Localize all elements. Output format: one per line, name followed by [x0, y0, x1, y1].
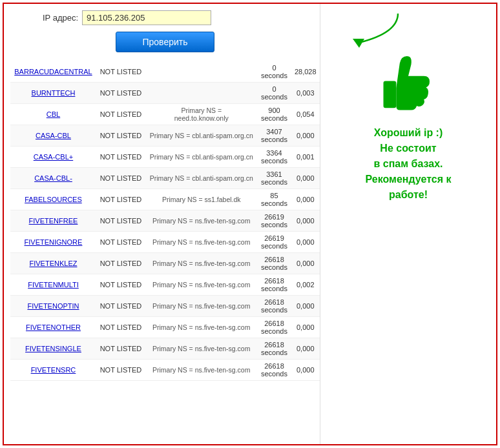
score-cell: 0,000: [291, 253, 320, 274]
extra-info-cell: Primary NS = ns.five-ten-sg.com: [145, 232, 258, 253]
service-link[interactable]: FIVETENSRC: [31, 366, 76, 374]
score-cell: 0,000: [291, 296, 320, 317]
service-link[interactable]: CASA-CBL-: [34, 174, 72, 182]
score-cell: 0,000: [291, 360, 320, 381]
seconds-cell: 26619 seconds: [258, 232, 291, 253]
service-link[interactable]: CASA-CBL+: [34, 153, 73, 161]
extra-info-cell: Primary NS = ns.five-ten-sg.com: [145, 317, 258, 338]
good-text-line: Хороший ip :): [366, 125, 452, 141]
status-cell: NOT LISTED: [96, 61, 145, 83]
status-cell: NOT LISTED: [96, 189, 145, 210]
status-cell: NOT LISTED: [96, 210, 145, 232]
seconds-cell: 3407 seconds: [258, 125, 291, 147]
seconds-cell: 0 seconds: [258, 83, 291, 104]
table-row: CBLNOT LISTEDPrimary NS = need.to.know.o…: [10, 104, 320, 125]
extra-info-cell: Primary NS = cbl.anti-spam.org.cn: [145, 168, 258, 189]
table-row: BURNTTECHNOT LISTED0 seconds0,003: [10, 83, 320, 104]
extra-info-cell: Primary NS = cbl.anti-spam.org.cn: [145, 147, 258, 168]
seconds-cell: 900 seconds: [258, 104, 291, 125]
status-cell: NOT LISTED: [96, 338, 145, 360]
table-row: FIVETENSRCNOT LISTEDPrimary NS = ns.five…: [10, 360, 320, 381]
table-row: FIVETENMULTINOT LISTEDPrimary NS = ns.fi…: [10, 274, 320, 296]
extra-info-cell: Primary NS = need.to.know.only: [145, 104, 258, 125]
service-link[interactable]: FABELSOURCES: [25, 196, 82, 203]
service-link[interactable]: FIVETENOPTIN: [27, 302, 79, 310]
extra-info-cell: Primary NS = ns.five-ten-sg.com: [145, 360, 258, 381]
service-link[interactable]: FIVETENMULTI: [28, 281, 79, 289]
service-link[interactable]: FIVETENIGNORE: [25, 238, 83, 246]
extra-info-cell: [145, 83, 258, 104]
score-cell: 0,054: [291, 104, 320, 125]
good-text-line: Не состоит: [366, 141, 452, 156]
service-link[interactable]: BURNTTECH: [32, 89, 76, 97]
thumbs-up-icon: [373, 49, 444, 120]
seconds-cell: 26618 seconds: [258, 317, 291, 338]
extra-info-cell: Primary NS = ns.five-ten-sg.com: [145, 253, 258, 274]
seconds-cell: 26618 seconds: [258, 360, 291, 381]
service-link[interactable]: FIVETENSINGLE: [25, 345, 81, 352]
table-row: FIVETENFREENOT LISTEDPrimary NS = ns.fiv…: [10, 210, 320, 232]
service-link[interactable]: CASA-CBL: [36, 132, 71, 139]
good-text-line: работе!: [366, 187, 452, 203]
seconds-cell: 26618 seconds: [258, 296, 291, 317]
score-cell: 28,028: [291, 61, 320, 83]
extra-info-cell: Primary NS = ns.five-ten-sg.com: [145, 338, 258, 360]
good-text-line: Рекомендуется к: [366, 172, 452, 187]
results-table: BARRACUDACENTRALNOT LISTED0 seconds28,02…: [10, 61, 320, 381]
status-cell: NOT LISTED: [96, 274, 145, 296]
svg-marker-0: [353, 39, 364, 48]
service-link[interactable]: CBL: [47, 110, 60, 118]
seconds-cell: 3361 seconds: [258, 168, 291, 189]
status-cell: NOT LISTED: [96, 125, 145, 147]
status-cell: NOT LISTED: [96, 296, 145, 317]
extra-info-cell: Primary NS = ns.five-ten-sg.com: [145, 210, 258, 232]
score-cell: 0,000: [291, 232, 320, 253]
score-cell: 0,000: [291, 125, 320, 147]
arrow-icon: [333, 10, 411, 49]
ip-label: IP адрес:: [43, 13, 78, 23]
score-cell: 0,003: [291, 83, 320, 104]
seconds-cell: 0 seconds: [258, 61, 291, 83]
extra-info-cell: Primary NS = cbl.anti-spam.org.cn: [145, 125, 258, 147]
table-row: CASA-CBL+NOT LISTEDPrimary NS = cbl.anti…: [10, 147, 320, 168]
table-row: CASA-CBLNOT LISTEDPrimary NS = cbl.anti-…: [10, 125, 320, 147]
extra-info-cell: Primary NS = ns.five-ten-sg.com: [145, 296, 258, 317]
score-cell: 0,000: [291, 338, 320, 360]
service-link[interactable]: FIVETENKLEZ: [29, 260, 77, 267]
check-button[interactable]: Проверить: [116, 32, 214, 52]
svg-rect-1: [384, 81, 397, 108]
table-row: FIVETENIGNORENOT LISTEDPrimary NS = ns.f…: [10, 232, 320, 253]
seconds-cell: 26619 seconds: [258, 210, 291, 232]
service-link[interactable]: FIVETENOTHER: [26, 323, 81, 331]
status-cell: NOT LISTED: [96, 104, 145, 125]
good-text: Хороший ip :)Не состоитв спам базах.Реко…: [366, 125, 452, 203]
score-cell: 0,000: [291, 317, 320, 338]
extra-info-cell: Primary NS = ss1.fabel.dk: [145, 189, 258, 210]
score-cell: 0,002: [291, 274, 320, 296]
table-row: CASA-CBL-NOT LISTEDPrimary NS = cbl.anti…: [10, 168, 320, 189]
extra-info-cell: [145, 61, 258, 83]
table-row: FABELSOURCESNOT LISTEDPrimary NS = ss1.f…: [10, 189, 320, 210]
seconds-cell: 3364 seconds: [258, 147, 291, 168]
table-row: BARRACUDACENTRALNOT LISTED0 seconds28,02…: [10, 61, 320, 83]
table-row: FIVETENSINGLENOT LISTEDPrimary NS = ns.f…: [10, 338, 320, 360]
seconds-cell: 85 seconds: [258, 189, 291, 210]
status-cell: NOT LISTED: [96, 360, 145, 381]
status-cell: NOT LISTED: [96, 168, 145, 189]
service-link[interactable]: BARRACUDACENTRAL: [14, 68, 92, 76]
seconds-cell: 26618 seconds: [258, 274, 291, 296]
score-cell: 0,000: [291, 210, 320, 232]
status-cell: NOT LISTED: [96, 232, 145, 253]
arrow-area: [327, 10, 490, 49]
seconds-cell: 26618 seconds: [258, 253, 291, 274]
table-row: FIVETENOTHERNOT LISTEDPrimary NS = ns.fi…: [10, 317, 320, 338]
table-row: FIVETENOPTINNOT LISTEDPrimary NS = ns.fi…: [10, 296, 320, 317]
score-cell: 0,000: [291, 168, 320, 189]
service-link[interactable]: FIVETENFREE: [29, 217, 78, 225]
status-cell: NOT LISTED: [96, 317, 145, 338]
score-cell: 0,000: [291, 189, 320, 210]
status-cell: NOT LISTED: [96, 83, 145, 104]
ip-input[interactable]: [82, 10, 211, 25]
status-cell: NOT LISTED: [96, 147, 145, 168]
table-row: FIVETENKLEZNOT LISTEDPrimary NS = ns.fiv…: [10, 253, 320, 274]
